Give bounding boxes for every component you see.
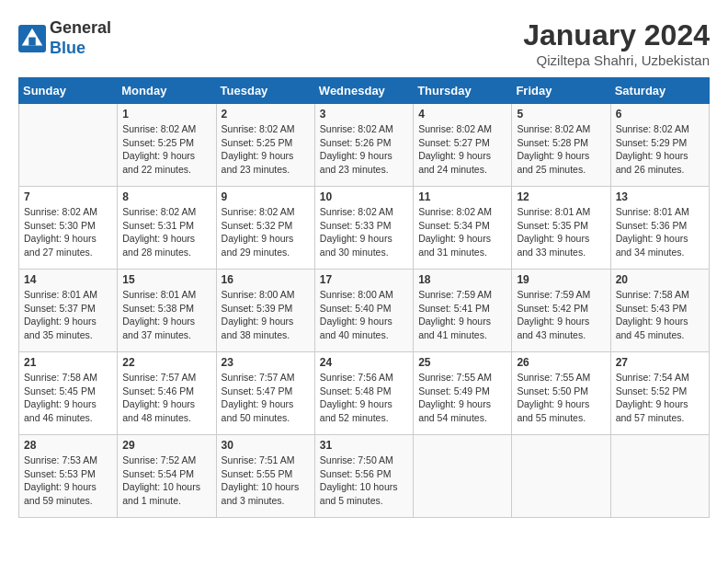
day-cell: 13Sunrise: 8:01 AMSunset: 5:36 PMDayligh… — [610, 187, 709, 270]
day-number: 23 — [222, 356, 310, 369]
week-row-3: 14Sunrise: 8:01 AMSunset: 5:37 PMDayligh… — [19, 270, 710, 352]
day-number: 11 — [418, 190, 506, 203]
day-cell: 22Sunrise: 7:57 AMSunset: 5:46 PMDayligh… — [118, 352, 216, 435]
day-info: Sunrise: 7:51 AMSunset: 5:55 PMDaylight:… — [222, 454, 310, 508]
day-info: Sunrise: 8:02 AMSunset: 5:34 PMDaylight:… — [418, 205, 506, 259]
week-row-4: 21Sunrise: 7:58 AMSunset: 5:45 PMDayligh… — [19, 352, 710, 435]
day-cell: 23Sunrise: 7:57 AMSunset: 5:47 PMDayligh… — [216, 352, 314, 435]
day-cell: 8Sunrise: 8:02 AMSunset: 5:31 PMDaylight… — [118, 187, 216, 270]
day-cell: 7Sunrise: 8:02 AMSunset: 5:30 PMDaylight… — [19, 187, 118, 270]
day-number: 10 — [320, 190, 408, 203]
calendar-table: SundayMondayTuesdayWednesdayThursdayFrid… — [18, 77, 710, 518]
day-info: Sunrise: 8:02 AMSunset: 5:26 PMDaylight:… — [320, 122, 408, 177]
header-tuesday: Tuesday — [216, 78, 314, 104]
day-cell: 4Sunrise: 8:02 AMSunset: 5:27 PMDaylight… — [414, 104, 512, 187]
calendar-body: 1Sunrise: 8:02 AMSunset: 5:25 PMDaylight… — [19, 104, 710, 518]
header-wednesday: Wednesday — [314, 78, 413, 104]
day-info: Sunrise: 7:58 AMSunset: 5:45 PMDaylight:… — [24, 371, 112, 425]
day-number: 3 — [320, 108, 408, 121]
day-info: Sunrise: 8:00 AMSunset: 5:40 PMDaylight:… — [320, 288, 408, 342]
day-cell: 12Sunrise: 8:01 AMSunset: 5:35 PMDayligh… — [512, 187, 610, 270]
day-info: Sunrise: 8:01 AMSunset: 5:38 PMDaylight:… — [122, 288, 210, 342]
calendar-header: SundayMondayTuesdayWednesdayThursdayFrid… — [19, 78, 710, 104]
day-info: Sunrise: 8:02 AMSunset: 5:31 PMDaylight:… — [122, 205, 210, 259]
location: Qiziltepa Shahri, Uzbekistan — [523, 52, 710, 68]
day-number: 5 — [517, 108, 605, 121]
header-row: SundayMondayTuesdayWednesdayThursdayFrid… — [19, 78, 710, 104]
day-cell — [414, 435, 512, 518]
day-cell: 25Sunrise: 7:55 AMSunset: 5:49 PMDayligh… — [414, 352, 512, 435]
day-cell: 19Sunrise: 7:59 AMSunset: 5:42 PMDayligh… — [512, 270, 610, 352]
day-info: Sunrise: 8:02 AMSunset: 5:28 PMDaylight:… — [517, 122, 605, 177]
day-info: Sunrise: 7:54 AMSunset: 5:52 PMDaylight:… — [616, 371, 704, 425]
week-row-1: 1Sunrise: 8:02 AMSunset: 5:25 PMDaylight… — [19, 104, 710, 187]
day-number: 13 — [616, 190, 704, 203]
day-cell: 24Sunrise: 7:56 AMSunset: 5:48 PMDayligh… — [314, 352, 413, 435]
page-header: General Blue January 2024 Qiziltepa Shah… — [18, 18, 710, 68]
day-info: Sunrise: 8:02 AMSunset: 5:32 PMDaylight:… — [222, 205, 310, 259]
day-number: 31 — [320, 439, 408, 452]
day-number: 2 — [222, 108, 310, 121]
day-number: 21 — [24, 356, 112, 369]
day-info: Sunrise: 7:59 AMSunset: 5:42 PMDaylight:… — [517, 288, 605, 342]
day-info: Sunrise: 7:53 AMSunset: 5:53 PMDaylight:… — [24, 454, 112, 508]
day-cell — [610, 435, 709, 518]
day-info: Sunrise: 7:52 AMSunset: 5:54 PMDaylight:… — [122, 454, 210, 508]
day-number: 1 — [122, 108, 210, 121]
day-cell: 21Sunrise: 7:58 AMSunset: 5:45 PMDayligh… — [19, 352, 118, 435]
day-info: Sunrise: 7:57 AMSunset: 5:46 PMDaylight:… — [122, 371, 210, 425]
day-info: Sunrise: 7:57 AMSunset: 5:47 PMDaylight:… — [222, 371, 310, 425]
day-number: 25 — [418, 356, 506, 369]
day-number: 30 — [222, 439, 310, 452]
day-info: Sunrise: 7:58 AMSunset: 5:43 PMDaylight:… — [616, 288, 704, 342]
day-info: Sunrise: 7:59 AMSunset: 5:41 PMDaylight:… — [418, 288, 506, 342]
day-number: 24 — [320, 356, 408, 369]
title-block: January 2024 Qiziltepa Shahri, Uzbekista… — [523, 18, 710, 68]
day-info: Sunrise: 8:00 AMSunset: 5:39 PMDaylight:… — [222, 288, 310, 342]
day-cell: 14Sunrise: 8:01 AMSunset: 5:37 PMDayligh… — [19, 270, 118, 352]
day-number: 19 — [517, 273, 605, 286]
day-number: 29 — [122, 439, 210, 452]
day-number: 6 — [616, 108, 704, 121]
day-info: Sunrise: 8:02 AMSunset: 5:27 PMDaylight:… — [418, 122, 506, 177]
day-info: Sunrise: 8:01 AMSunset: 5:36 PMDaylight:… — [616, 205, 704, 259]
day-info: Sunrise: 8:02 AMSunset: 5:25 PMDaylight:… — [222, 122, 310, 177]
day-cell: 29Sunrise: 7:52 AMSunset: 5:54 PMDayligh… — [118, 435, 216, 518]
day-cell: 28Sunrise: 7:53 AMSunset: 5:53 PMDayligh… — [19, 435, 118, 518]
day-cell: 27Sunrise: 7:54 AMSunset: 5:52 PMDayligh… — [610, 352, 709, 435]
day-cell: 17Sunrise: 8:00 AMSunset: 5:40 PMDayligh… — [314, 270, 413, 352]
day-number: 9 — [222, 190, 310, 203]
logo-line1: General — [50, 18, 111, 39]
header-friday: Friday — [512, 78, 610, 104]
logo-line2: Blue — [50, 39, 111, 59]
day-info: Sunrise: 8:02 AMSunset: 5:29 PMDaylight:… — [616, 122, 704, 177]
day-number: 18 — [418, 273, 506, 286]
svg-rect-2 — [28, 37, 36, 45]
day-number: 7 — [24, 190, 112, 203]
day-info: Sunrise: 8:02 AMSunset: 5:25 PMDaylight:… — [122, 122, 210, 177]
week-row-5: 28Sunrise: 7:53 AMSunset: 5:53 PMDayligh… — [19, 435, 710, 518]
day-cell: 1Sunrise: 8:02 AMSunset: 5:25 PMDaylight… — [118, 104, 216, 187]
day-cell: 26Sunrise: 7:55 AMSunset: 5:50 PMDayligh… — [512, 352, 610, 435]
month-title: January 2024 — [523, 18, 710, 52]
day-cell — [19, 104, 118, 187]
day-cell — [512, 435, 610, 518]
day-cell: 9Sunrise: 8:02 AMSunset: 5:32 PMDaylight… — [216, 187, 314, 270]
day-cell: 5Sunrise: 8:02 AMSunset: 5:28 PMDaylight… — [512, 104, 610, 187]
day-info: Sunrise: 7:50 AMSunset: 5:56 PMDaylight:… — [320, 454, 408, 508]
day-cell: 16Sunrise: 8:00 AMSunset: 5:39 PMDayligh… — [216, 270, 314, 352]
header-sunday: Sunday — [19, 78, 118, 104]
day-info: Sunrise: 8:01 AMSunset: 5:37 PMDaylight:… — [24, 288, 112, 342]
day-number: 4 — [418, 108, 506, 121]
day-cell: 2Sunrise: 8:02 AMSunset: 5:25 PMDaylight… — [216, 104, 314, 187]
day-number: 15 — [122, 273, 210, 286]
day-cell: 20Sunrise: 7:58 AMSunset: 5:43 PMDayligh… — [610, 270, 709, 352]
day-info: Sunrise: 8:02 AMSunset: 5:33 PMDaylight:… — [320, 205, 408, 259]
day-cell: 18Sunrise: 7:59 AMSunset: 5:41 PMDayligh… — [414, 270, 512, 352]
logo: General Blue — [18, 18, 111, 58]
day-number: 20 — [616, 273, 704, 286]
day-number: 27 — [616, 356, 704, 369]
day-info: Sunrise: 8:02 AMSunset: 5:30 PMDaylight:… — [24, 205, 112, 259]
day-number: 14 — [24, 273, 112, 286]
day-number: 17 — [320, 273, 408, 286]
